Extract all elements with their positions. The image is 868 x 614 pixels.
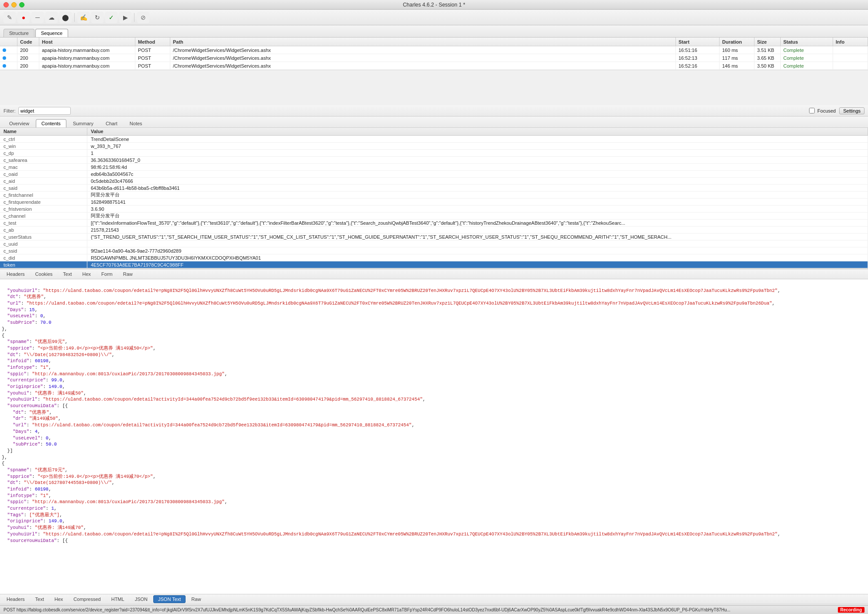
sequence-tab[interactable]: Sequence bbox=[35, 29, 69, 37]
text-tab[interactable]: Text bbox=[58, 270, 76, 278]
window-controls bbox=[3, 2, 24, 7]
cell-start: 16:52:13 bbox=[676, 54, 720, 62]
breakpoint-button[interactable]: ⬤ bbox=[59, 12, 72, 23]
table-row[interactable]: 200 apapia-history.manmanbuy.com POST /C… bbox=[0, 54, 868, 62]
toolbar: ✎ ● ─ ☁ ⬤ ✍ ↻ ✓ ▶ ⊘ bbox=[0, 10, 868, 25]
recording-badge: Recording bbox=[838, 607, 865, 613]
cell-dot bbox=[0, 62, 17, 69]
chart-tab[interactable]: Chart bbox=[100, 119, 123, 127]
contents-tab[interactable]: Contents bbox=[36, 119, 66, 127]
col-status: Status bbox=[781, 38, 833, 46]
detail-section: Overview Contents Summary Chart Notes Na… bbox=[0, 117, 868, 604]
table-row[interactable]: 200 apapia-history.manmanbuy.com POST /C… bbox=[0, 62, 868, 70]
col-code: Code bbox=[17, 38, 39, 46]
overview-tab[interactable]: Overview bbox=[3, 119, 35, 127]
throttle-button[interactable]: ☁ bbox=[45, 12, 58, 23]
resp-hex-tab[interactable]: Hex bbox=[50, 595, 68, 603]
nv-col-value: Value bbox=[87, 128, 868, 135]
nv-row[interactable]: c_aid0c5debb2d3c47666 bbox=[0, 178, 868, 185]
compose-button[interactable]: ✍ bbox=[77, 12, 90, 23]
hex-tab[interactable]: Hex bbox=[78, 270, 96, 278]
nv-row[interactable]: c_test[{"t":"indexInformationFlowTest_35… bbox=[0, 220, 868, 226]
nv-row[interactable]: c_ctrlTrendDetailScene bbox=[0, 136, 868, 143]
filter-label: Filter: bbox=[3, 108, 16, 113]
cell-dot bbox=[0, 46, 17, 54]
settings-button[interactable]: Settings bbox=[839, 107, 865, 114]
filter-bar: Filter: Focused Settings bbox=[0, 105, 868, 117]
clear-button[interactable]: ⊘ bbox=[137, 12, 149, 23]
form-tab[interactable]: Form bbox=[96, 270, 117, 278]
cell-size: 3.50 KB bbox=[754, 62, 781, 69]
resp-html-tab[interactable]: HTML bbox=[107, 595, 129, 603]
pen-tool-button[interactable]: ✎ bbox=[3, 12, 16, 23]
resp-json-text-tab[interactable]: JSON Text bbox=[153, 595, 186, 603]
table-row[interactable]: 200 apapia-history.manmanbuy.com POST /C… bbox=[0, 46, 868, 54]
resp-text-tab[interactable]: Text bbox=[31, 595, 49, 603]
filter-right: Focused Settings bbox=[809, 107, 865, 114]
focused-checkbox[interactable] bbox=[809, 108, 815, 113]
nv-col-name: Name bbox=[0, 128, 87, 135]
resp-headers-tab[interactable]: Headers bbox=[2, 595, 30, 603]
cell-host: apapia-history.manmanbuy.com bbox=[39, 54, 135, 62]
cell-status: Complete bbox=[781, 54, 833, 62]
summary-tab[interactable]: Summary bbox=[67, 119, 99, 127]
cell-path: /ChromeWidgetServices/WidgetServices.ash… bbox=[170, 46, 676, 54]
cell-duration: 117 ms bbox=[720, 54, 754, 62]
structure-tab[interactable]: Structure bbox=[3, 29, 34, 37]
json-content-area[interactable]: "youhuiUrl": "https://uland.taobao.com/c… bbox=[0, 279, 868, 594]
nv-table: Name Value c_ctrlTrendDetailScene c_winw… bbox=[0, 128, 868, 269]
resp-json-tab[interactable]: JSON bbox=[130, 595, 152, 603]
cell-size: 3.65 KB bbox=[754, 54, 781, 62]
cell-size: 3.51 KB bbox=[754, 46, 781, 54]
nv-row[interactable]: c_oaidedb64b3a5004567c bbox=[0, 171, 868, 178]
nv-row[interactable]: c_winw_393_h_767 bbox=[0, 143, 868, 150]
maximize-button[interactable] bbox=[19, 2, 24, 7]
refresh-button[interactable]: ↻ bbox=[91, 12, 103, 23]
focused-label[interactable]: Focused bbox=[809, 108, 836, 113]
status-bar-text: POST https://fablog.ctobesdk.com/service… bbox=[3, 607, 834, 612]
detail-tabs: Overview Contents Summary Chart Notes bbox=[0, 117, 868, 128]
nv-row[interactable]: c_ssid9f2ae114-0a90-4a36-9ae2-777d2960d2… bbox=[0, 247, 868, 254]
nv-row[interactable]: c_uuid bbox=[0, 240, 868, 247]
cell-status: Complete bbox=[781, 62, 833, 69]
nv-row[interactable]: c_fristversion3.6.90 bbox=[0, 206, 868, 213]
col-info: Info bbox=[833, 38, 868, 46]
col-size: Size bbox=[754, 38, 781, 46]
empty-space bbox=[0, 70, 868, 105]
nv-row[interactable]: c_firstchannel阿里分发平台 bbox=[0, 192, 868, 199]
nv-row[interactable]: c_userStatus{"ST_TREND_USER_STATUS":"1",… bbox=[0, 233, 868, 240]
cell-status: Complete bbox=[781, 46, 833, 54]
cell-method: POST bbox=[135, 46, 170, 54]
cell-dot bbox=[0, 54, 17, 62]
validate-button[interactable]: ✓ bbox=[105, 12, 117, 23]
nv-row[interactable]: c_said643b6b5a-d611-4b58-bba5-c9bff8ba34… bbox=[0, 185, 868, 192]
cell-start: 16:52:16 bbox=[676, 62, 720, 69]
nv-row[interactable]: c_didR5DGAWNPMBL JNLMT3EBBUJ57UY3DU3H6IY… bbox=[0, 254, 868, 261]
resp-raw-tab[interactable]: Raw bbox=[186, 595, 206, 603]
cell-code: 200 bbox=[17, 62, 39, 69]
cell-start: 16:51:16 bbox=[676, 46, 720, 54]
nv-row[interactable]: c_firstquerendate1628498875141 bbox=[0, 199, 868, 206]
nv-row[interactable]: c_channel阿里分发平台 bbox=[0, 213, 868, 220]
col-duration: Duration bbox=[720, 38, 754, 46]
filter-input[interactable] bbox=[18, 107, 71, 115]
request-table-header: Code Host Method Path Start Duration Siz… bbox=[0, 38, 868, 46]
separator2 bbox=[134, 13, 134, 22]
nv-row[interactable]: c_ab21578,21543 bbox=[0, 226, 868, 233]
nv-row[interactable]: c_safearea36.36363360168457_0 bbox=[0, 157, 868, 164]
nv-row[interactable]: c_mac98:f6:21:58:f6:4d bbox=[0, 164, 868, 171]
resp-compressed-tab[interactable]: Compressed bbox=[69, 595, 105, 603]
cell-info bbox=[833, 54, 868, 62]
raw-tab[interactable]: Raw bbox=[118, 270, 138, 278]
cookies-tab[interactable]: Cookies bbox=[31, 270, 58, 278]
notes-tab[interactable]: Notes bbox=[124, 119, 148, 127]
forward-button[interactable]: ▶ bbox=[119, 12, 131, 23]
pause-button[interactable]: ─ bbox=[31, 12, 44, 23]
nv-row[interactable]: c_dp1 bbox=[0, 150, 868, 157]
minimize-button[interactable] bbox=[11, 2, 17, 7]
headers-tab[interactable]: Headers bbox=[2, 270, 30, 278]
record-button[interactable]: ● bbox=[17, 12, 30, 23]
col-start: Start bbox=[676, 38, 720, 46]
close-button[interactable] bbox=[3, 2, 9, 7]
nv-row-selected[interactable]: token4E5CF70763A8EE7BA71978C9C4C988FF bbox=[0, 261, 868, 268]
